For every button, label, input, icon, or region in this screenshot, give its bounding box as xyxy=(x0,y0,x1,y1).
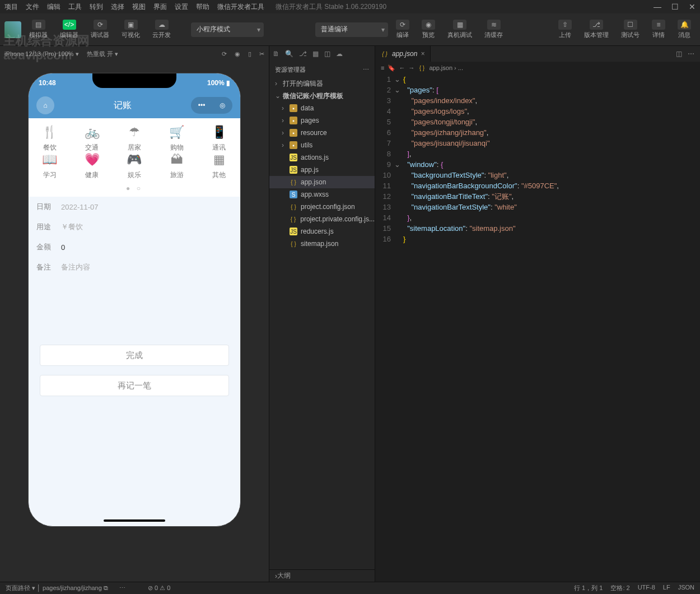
record-icon[interactable]: ◉ xyxy=(235,50,240,58)
menu-devtools[interactable]: 微信开发者工具 xyxy=(217,2,264,12)
close-icon[interactable]: ✕ xyxy=(689,2,696,11)
minimize-icon[interactable]: — xyxy=(654,2,661,11)
more-status-icon[interactable]: ⋯ xyxy=(119,584,125,592)
files-icon[interactable]: 🗎 xyxy=(273,50,279,58)
lang-mode[interactable]: JSON xyxy=(678,584,694,592)
menu-help[interactable]: 帮助 xyxy=(196,2,209,12)
editor-more-icon[interactable]: ⋯ xyxy=(688,50,694,58)
tab-close-icon[interactable]: × xyxy=(421,50,424,58)
git-icon[interactable]: ⎇ xyxy=(299,50,307,58)
remote-debug-button[interactable]: ▦真机调试 xyxy=(443,17,477,41)
code-editor[interactable]: 12345678910111213141516 ⌄⌄⌄ { "pages": [… xyxy=(375,74,700,244)
indent[interactable]: 空格: 2 xyxy=(610,584,629,592)
folder-utils[interactable]: ›▪utils xyxy=(269,139,375,151)
back-icon[interactable]: ← xyxy=(399,64,405,71)
menu-ui[interactable]: 界面 xyxy=(153,2,167,12)
search-icon[interactable]: 🔍 xyxy=(285,50,293,58)
rotate-icon[interactable]: ⟳ xyxy=(222,50,227,58)
code-lines[interactable]: { "pages": [ "pages/index/index", "pages… xyxy=(403,74,700,244)
again-button[interactable]: 再记一笔 xyxy=(40,375,229,396)
mode-dropdown[interactable]: 小程序模式 xyxy=(191,22,264,37)
visual-button[interactable]: ▣可视化 xyxy=(117,17,144,41)
folder-resource[interactable]: ›▪resource xyxy=(269,127,375,139)
cat-shopping[interactable]: 🛒购物 xyxy=(156,125,198,152)
more-icon[interactable]: ••• xyxy=(198,101,206,109)
menu-tools[interactable]: 工具 xyxy=(68,2,82,12)
cat-health[interactable]: 💗健康 xyxy=(71,152,114,180)
home-icon[interactable]: ⌂ xyxy=(36,96,54,114)
cut-icon[interactable]: ✂ xyxy=(259,50,264,58)
encoding[interactable]: UTF-8 xyxy=(638,584,655,592)
problems[interactable]: ⊘ 0 ⚠ 0 xyxy=(148,584,170,592)
folder-pages[interactable]: ›▪pages xyxy=(269,114,375,127)
device-selector[interactable]: iPhone 12/13 (Pro) 100% ▾ xyxy=(4,50,79,58)
split-icon[interactable]: ◫ xyxy=(676,50,682,58)
file-projconfig[interactable]: { }project.config.json xyxy=(269,201,375,213)
menu-goto[interactable]: 转到 xyxy=(90,2,103,12)
preview-button[interactable]: ◉预览 xyxy=(417,17,440,41)
file-projprivate[interactable]: { }project.private.config.js... xyxy=(269,213,375,225)
capsule[interactable]: •••◎ xyxy=(191,97,232,114)
open-editors[interactable]: ›打开的编辑器 xyxy=(269,77,375,90)
compile-button[interactable]: ⟳编译 xyxy=(391,17,414,41)
maximize-icon[interactable]: ☐ xyxy=(671,2,679,11)
bookmark-icon[interactable]: 🔖 xyxy=(388,64,395,72)
cat-travel[interactable]: 🏔旅游 xyxy=(156,152,198,180)
test-button[interactable]: ☐测试号 xyxy=(617,17,644,41)
file-appwxss[interactable]: Sapp.wxss xyxy=(269,188,375,201)
db-icon[interactable]: ◫ xyxy=(324,50,330,58)
editor-button[interactable]: </>编辑器 xyxy=(55,17,83,41)
explorer-more-icon[interactable]: ⋯ xyxy=(363,66,369,73)
project-root[interactable]: ⌄微信记账小程序模板 xyxy=(269,90,375,102)
fold-gutter[interactable]: ⌄⌄⌄ xyxy=(394,74,403,244)
menu-select[interactable]: 选择 xyxy=(111,2,124,12)
cloud-icon[interactable]: ☁ xyxy=(336,50,343,58)
menu-edit[interactable]: 编辑 xyxy=(47,2,60,12)
phone-icon[interactable]: ▯ xyxy=(248,50,251,58)
list-icon[interactable]: ≡ xyxy=(381,64,384,71)
file-appjson[interactable]: { }app.json xyxy=(269,176,375,188)
debugger-button[interactable]: ⟳调试器 xyxy=(86,17,114,41)
tab-appjson[interactable]: { }app.json× xyxy=(375,46,431,62)
cat-fun[interactable]: 🎮娱乐 xyxy=(113,152,156,180)
avatar[interactable] xyxy=(4,21,21,38)
use-field[interactable]: ￥餐饮 xyxy=(61,222,83,232)
cloud-button[interactable]: ☁云开发 xyxy=(148,17,175,41)
menu-file[interactable]: 文件 xyxy=(26,2,39,12)
cat-food[interactable]: 🍴餐饮 xyxy=(29,125,71,152)
clear-cache-button[interactable]: ≋清缓存 xyxy=(480,17,507,41)
cat-comm[interactable]: 📱通讯 xyxy=(198,125,240,152)
cat-other[interactable]: ▦其他 xyxy=(198,152,240,180)
target-icon[interactable]: ◎ xyxy=(220,101,225,109)
menu-project[interactable]: 项目 xyxy=(4,2,18,12)
folder-data[interactable]: ›▪data xyxy=(269,102,375,114)
note-field[interactable]: 备注内容 xyxy=(61,262,90,272)
file-sitemap[interactable]: { }sitemap.json xyxy=(269,238,375,250)
ext-icon[interactable]: ▦ xyxy=(312,50,319,58)
file-appjs[interactable]: JSapp.js xyxy=(269,164,375,176)
done-button[interactable]: 完成 xyxy=(40,345,229,366)
date-field[interactable]: 2022-11-07 xyxy=(61,203,99,211)
file-actions[interactable]: JSactions.js xyxy=(269,151,375,164)
version-button[interactable]: ⎇版本管理 xyxy=(580,17,613,41)
cat-study[interactable]: 📖学习 xyxy=(29,152,71,180)
breadcrumb[interactable]: ≡ 🔖 ← → { }app.json › ... xyxy=(375,62,700,74)
menu-view[interactable]: 视图 xyxy=(132,2,146,12)
outline-section[interactable]: › 大纲 xyxy=(269,569,375,582)
cat-home[interactable]: ☂居家 xyxy=(113,125,156,152)
amount-field[interactable]: 0 xyxy=(61,243,65,252)
hot-reload[interactable]: 热重载 开 ▾ xyxy=(87,50,118,58)
file-reducers[interactable]: JSreducers.js xyxy=(269,225,375,238)
upload-button[interactable]: ⇧上传 xyxy=(554,17,576,41)
message-button[interactable]: 🔔消息 xyxy=(673,17,696,41)
simulator-button[interactable]: ▤模拟器 xyxy=(25,17,52,41)
compile-dropdown[interactable]: 普通编译 xyxy=(315,22,388,37)
cat-transport[interactable]: 🚲交通 xyxy=(71,125,114,152)
page-path[interactable]: 页面路径 ▾ │ pages/jizhang/jizhang ⧉ xyxy=(6,584,108,592)
menu-settings[interactable]: 设置 xyxy=(175,2,188,12)
eol[interactable]: LF xyxy=(663,584,670,592)
detail-button[interactable]: ≡详情 xyxy=(647,17,670,41)
editor-pane: { }app.json× ◫⋯ ≡ 🔖 ← → { }app.json › ..… xyxy=(375,46,700,582)
cursor-pos[interactable]: 行 1，列 1 xyxy=(574,584,603,592)
fwd-icon[interactable]: → xyxy=(408,64,414,71)
